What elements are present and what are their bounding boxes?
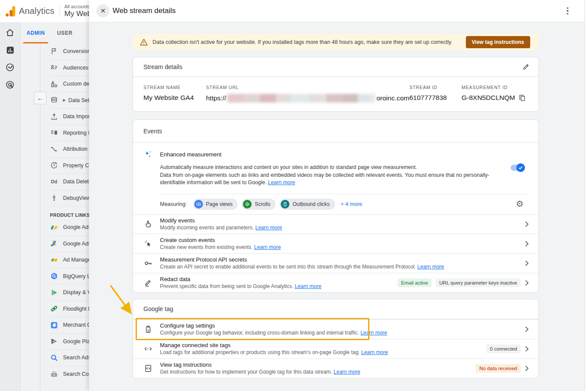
gear-icon[interactable]: ⚙	[516, 199, 524, 208]
redact-data-icon	[144, 278, 153, 287]
property-history-icon	[50, 161, 58, 169]
measurement-protocol-secrets-row[interactable]: Measurement Protocol API secrets Create …	[133, 253, 538, 273]
stream-details-card: Stream details STREAM NAME My Website GA…	[133, 57, 539, 112]
create-custom-events-row[interactable]: Create custom events Create new events f…	[133, 234, 538, 253]
sidebar-item-search-console-links[interactable]: Search Con	[50, 366, 89, 383]
enhanced-learn-more-link[interactable]: Learn more	[268, 179, 295, 186]
google-ads-icon	[50, 239, 58, 248]
modify-events-row[interactable]: Modify events Modify incoming events and…	[133, 214, 538, 234]
measurement-id-field: MEASUREMENT ID G-8XN5DCLNQM	[462, 85, 526, 103]
sidebar-item-display-video-links[interactable]: Display & V	[50, 285, 89, 301]
sidebar-item-data-import[interactable]: Data Impor	[50, 109, 89, 125]
panel-body: Data collection isn't active for your we…	[89, 22, 585, 391]
view-tag-instructions-button[interactable]: View tag instructions	[466, 36, 530, 48]
sidebar-item-reporting-identity[interactable]: Reporting I	[50, 125, 89, 142]
web-stream-details-panel: ✕ Web stream details Data collection isn…	[89, 0, 585, 391]
chevron-right-icon[interactable]	[525, 280, 529, 286]
edit-pencil-icon[interactable]	[522, 63, 530, 71]
tag-settings-icon: g	[144, 325, 153, 334]
sidebar-item-search-ads-360[interactable]: Search Ads	[50, 350, 89, 366]
close-icon[interactable]: ✕	[96, 4, 110, 17]
expander-icon[interactable]: ▶	[63, 98, 66, 102]
configure-tag-settings-row[interactable]: g Configure tag settings Configure your …	[133, 319, 538, 339]
sidebar-item-property-change-history[interactable]: Property Ch	[50, 158, 89, 174]
stream-details-title: Stream details	[143, 63, 182, 70]
more-options-icon[interactable]	[563, 6, 572, 16]
app-topbar: Analytics All accounts › My Web	[0, 0, 89, 22]
redacted-url-blur	[227, 94, 376, 103]
property-name: My Web	[64, 10, 89, 18]
panel-header: ✕ Web stream details	[89, 0, 585, 22]
chip-page-views[interactable]: Page views	[193, 199, 238, 210]
chevron-right-icon[interactable]	[525, 346, 529, 352]
advertising-icon[interactable]	[5, 80, 15, 90]
explore-icon[interactable]	[5, 62, 15, 73]
modify-events-icon	[144, 220, 153, 229]
admin-tabs: ADMIN USER	[20, 22, 89, 43]
tag-instructions-icon	[144, 364, 153, 373]
chevron-right-icon[interactable]	[525, 221, 529, 227]
create-custom-events-icon	[144, 239, 153, 248]
learn-more-link[interactable]: Learn more	[361, 349, 388, 355]
sidebar-item-google-ads-links[interactable]: Google Ads	[50, 236, 89, 252]
scrollbar-track[interactable]	[585, 0, 588, 391]
tab-user[interactable]: USER	[51, 22, 79, 43]
data-settings-icon	[50, 96, 58, 104]
sidebar-item-floodlight-links[interactable]: Floodlight L	[50, 301, 89, 318]
sidebar-item-ad-manager-links[interactable]: Ad Manage	[50, 252, 89, 268]
more-chips-link[interactable]: + 4 more	[341, 201, 362, 207]
sidebar-item-bigquery-links[interactable]: BigQuery Li	[50, 268, 89, 285]
learn-more-link[interactable]: Learn more	[360, 330, 387, 336]
dv360-icon	[50, 288, 58, 297]
home-icon[interactable]	[5, 27, 15, 38]
bigquery-icon	[50, 272, 58, 280]
ad-manager-icon	[50, 256, 58, 264]
debugview-icon	[50, 194, 58, 202]
sidebar-item-custom-definitions[interactable]: Custom def	[50, 76, 89, 93]
learn-more-link[interactable]: Learn more	[295, 283, 321, 289]
chevron-right-icon[interactable]	[525, 326, 529, 332]
left-nav-rail	[0, 22, 20, 391]
tab-admin[interactable]: ADMIN	[20, 22, 51, 43]
svg-text:g: g	[147, 328, 149, 331]
sidebar-item-data-deletion[interactable]: Dd Data Deleti	[50, 174, 89, 190]
sidebar-item-data-settings[interactable]: ▶ Data Set	[50, 93, 89, 109]
eye-icon	[194, 200, 203, 209]
stream-id-field: STREAM ID 6107777838	[409, 85, 462, 103]
chevron-right-icon[interactable]	[525, 365, 529, 371]
view-tag-instructions-row[interactable]: View tag instructions Get instructions f…	[133, 358, 538, 378]
learn-more-link[interactable]: Learn more	[254, 244, 281, 250]
learn-more-link[interactable]: Learn more	[255, 225, 282, 231]
chip-outbound-clicks[interactable]: Outbound clicks	[279, 199, 335, 210]
analytics-logo-icon	[6, 6, 15, 17]
adsense-icon	[50, 223, 58, 232]
chip-scrolls[interactable]: Scrolls	[242, 199, 276, 210]
sidebar-item-google-play-links[interactable]: Google Play	[50, 334, 89, 350]
learn-more-link[interactable]: Learn more	[334, 369, 360, 375]
account-switcher[interactable]: All accounts › My Web	[64, 4, 89, 18]
stream-name-field: STREAM NAME My Website GA4	[143, 85, 206, 103]
sidebar-item-merchant-center[interactable]: Merchant C	[50, 317, 89, 334]
sidebar-item-audiences[interactable]: Audiences	[50, 60, 89, 76]
reports-icon[interactable]	[5, 45, 15, 55]
learn-more-link[interactable]: Learn more	[417, 264, 444, 270]
collapse-column-button[interactable]: ←	[34, 92, 47, 104]
topbar-divider	[60, 6, 60, 17]
chevron-right-icon[interactable]	[525, 260, 529, 266]
data-deletion-icon: Dd	[50, 178, 58, 186]
brand-name: Analytics	[19, 6, 54, 16]
sparkle-icon	[144, 150, 153, 159]
property-settings-menu: Conversion Audiences Custom def ▶ Data S…	[40, 43, 89, 391]
redact-data-row[interactable]: Redact data Prevent specific data from b…	[133, 273, 538, 292]
account-switcher-label: All accounts	[64, 4, 89, 9]
chevron-right-icon[interactable]	[525, 241, 529, 247]
sidebar-item-debugview[interactable]: DebugView	[50, 190, 89, 207]
product-links-header: PRODUCT LINKS	[50, 212, 89, 218]
manage-connected-site-tags-row[interactable]: Manage connected site tags Load tags for…	[133, 339, 538, 358]
sidebar-item-attribution[interactable]: Attribution	[50, 141, 89, 158]
enhanced-measurement-toggle[interactable]	[511, 165, 524, 171]
connected-count-badge: 0 connected	[486, 345, 521, 353]
copy-icon[interactable]	[518, 94, 526, 102]
sidebar-item-conversions[interactable]: Conversion	[50, 43, 89, 60]
sidebar-item-google-adsense-links[interactable]: Google AdS	[50, 219, 89, 236]
